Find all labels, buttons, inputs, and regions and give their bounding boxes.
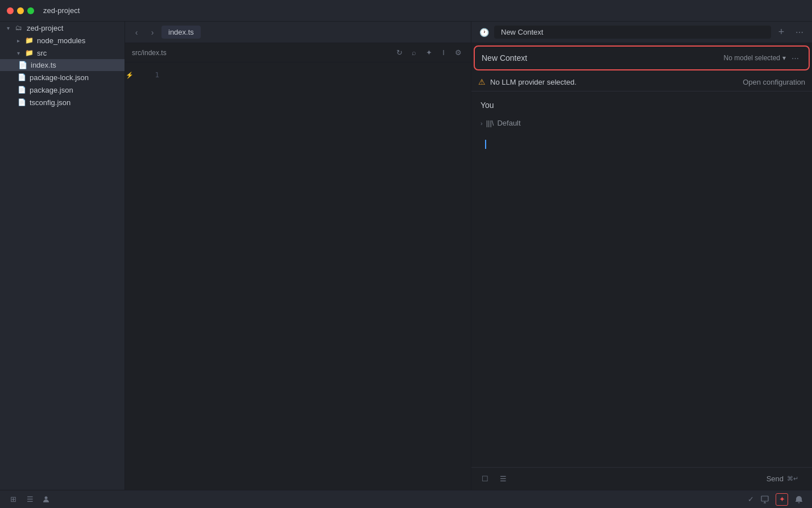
refresh-icon[interactable]: ↻ — [393, 47, 405, 59]
ai-tab-new-context[interactable]: New Context — [494, 26, 771, 39]
sidebar-item-label: package.json — [30, 86, 73, 94]
titlebar: zed-project — [0, 0, 812, 22]
sparkle-icon[interactable]: ✦ — [423, 47, 434, 59]
svg-point-0 — [45, 496, 48, 499]
chat-user-label: You — [478, 98, 805, 112]
close-button[interactable] — [7, 7, 14, 14]
folder-icon: 📁 — [24, 36, 34, 45]
cursor-icon[interactable]: I — [438, 47, 449, 59]
ai-assistant-icon[interactable]: ✦ — [776, 493, 788, 506]
inline-edit-icon[interactable]: ☐ — [478, 472, 492, 486]
chevron-down-icon: ▾ — [7, 25, 10, 31]
sidebar-item-package-json[interactable]: 📄 package.json — [0, 84, 125, 96]
sidebar-item-node-modules[interactable]: ▸ 📁 node_modules — [0, 34, 125, 47]
line-numbers: 1 — [136, 63, 164, 490]
ai-bottom-bar: ☐ ☰ Send ⌘↵ — [471, 467, 812, 490]
tab-label: index.ts — [168, 28, 194, 36]
people-icon[interactable] — [41, 493, 53, 506]
history-icon[interactable]: 🕐 — [476, 24, 492, 40]
sidebar-item-tsconfig[interactable]: 📄 tsconfig.json — [0, 96, 125, 109]
send-button[interactable]: Send ⌘↵ — [760, 472, 805, 485]
main-layout: ▾ 🗂 zed-project ▸ 📁 node_modules ▾ 📁 src… — [0, 22, 812, 490]
back-button[interactable]: ‹ — [130, 26, 143, 39]
ai-panel: 🕐 New Context + ⋯ New Context No model s… — [471, 22, 812, 490]
chevron-down-icon: ▾ — [782, 54, 786, 62]
sidebar-item-label: index.ts — [31, 61, 56, 69]
search-icon[interactable]: ⌕ — [408, 47, 420, 59]
sidebar-item-package-lock[interactable]: 📄 package-lock.json — [0, 71, 125, 84]
ai-tab-menu-icon[interactable]: ⋯ — [792, 24, 807, 40]
maximize-button[interactable] — [27, 7, 34, 14]
sidebar-root-label: zed-project — [27, 24, 63, 32]
chat-input-area[interactable] — [478, 134, 805, 152]
ai-tab-bar: 🕐 New Context + ⋯ — [471, 22, 812, 43]
list-view-icon[interactable]: ☰ — [24, 493, 36, 506]
toolbar-icons: ↻ ⌕ ✦ I ⚙ — [393, 47, 464, 59]
chat-area: You › |||\ Default — [471, 91, 812, 467]
editor-tab-index-ts[interactable]: index.ts — [161, 26, 201, 39]
file-icon: 📄 — [18, 61, 27, 69]
file-icon: 📄 — [17, 85, 26, 94]
titlebar-title: zed-project — [43, 6, 80, 15]
chevron-right-icon: › — [480, 120, 483, 127]
sidebar-item-label: node_modules — [37, 36, 85, 45]
editor-content[interactable]: ⚡ 1 — [125, 63, 471, 490]
editor-tab-bar: ‹ › index.ts — [125, 22, 471, 43]
file-icon: 📄 — [17, 73, 26, 82]
send-shortcut: ⌘↵ — [787, 475, 798, 482]
new-context-button[interactable]: + — [773, 24, 789, 40]
context-more-options-icon[interactable]: ⋯ — [788, 51, 802, 65]
sidebar-item-src[interactable]: ▾ 📁 src — [0, 47, 125, 59]
warning-icon: ⚠ — [478, 77, 486, 86]
svg-rect-1 — [761, 496, 768, 501]
open-configuration-link[interactable]: Open configuration — [743, 78, 805, 86]
minimize-button[interactable] — [17, 7, 24, 14]
file-icon: 📄 — [17, 98, 26, 107]
sidebar-item-label: tsconfig.json — [30, 98, 71, 107]
context-type-icon: |||\ — [486, 119, 494, 127]
sidebar-item-label: package-lock.json — [30, 73, 89, 82]
model-selector[interactable]: No model selected ▾ — [724, 54, 786, 62]
forward-button[interactable]: › — [146, 26, 159, 39]
check-icon[interactable]: ✓ — [748, 495, 754, 503]
editor-area: ‹ › index.ts src/index.ts ↻ ⌕ ✦ I ⚙ ⚡ 1 — [125, 22, 471, 490]
sidebar-item-zed-project[interactable]: ▾ 🗂 zed-project — [0, 22, 125, 34]
app-bottom-bar: ⊞ ☰ ✓ ✦ — [0, 490, 812, 508]
model-selector-label: No model selected — [724, 54, 780, 62]
ai-tab-label: New Context — [501, 28, 543, 36]
folder-icon: 🗂 — [14, 23, 23, 32]
warning-bar: ⚠ No LLM provider selected. Open configu… — [471, 73, 812, 91]
warning-text: No LLM provider selected. — [490, 78, 738, 86]
monitor-icon[interactable] — [759, 493, 771, 506]
grid-view-icon[interactable]: ⊞ — [7, 493, 19, 506]
send-label: Send — [767, 474, 784, 483]
code-editor[interactable] — [164, 63, 471, 490]
sidebar-item-label: src — [37, 49, 47, 57]
line-number-1: 1 — [136, 69, 159, 81]
sidebar: ▾ 🗂 zed-project ▸ 📁 node_modules ▾ 📁 src… — [0, 22, 125, 490]
context-row[interactable]: › |||\ Default — [478, 116, 805, 130]
chevron-right-icon: ▸ — [17, 38, 20, 44]
editor-gutter-lightning: ⚡ — [125, 63, 136, 490]
context-header: New Context No model selected ▾ ⋯ — [474, 45, 810, 70]
context-menu-icon[interactable]: ☰ — [496, 472, 510, 486]
context-panel-title: New Context — [482, 53, 724, 63]
chevron-right-icon: ▾ — [17, 50, 20, 56]
traffic-lights — [7, 7, 34, 14]
chat-cursor-line — [485, 139, 798, 150]
breadcrumb: src/index.ts — [132, 49, 389, 57]
lightning-icon: ⚡ — [125, 69, 134, 81]
editor-toolbar: src/index.ts ↻ ⌕ ✦ I ⚙ — [125, 43, 471, 63]
settings-icon[interactable]: ⚙ — [453, 47, 464, 59]
sidebar-item-index-ts[interactable]: 📄 index.ts — [0, 59, 125, 71]
notifications-icon[interactable] — [793, 493, 805, 506]
folder-icon: 📁 — [24, 48, 34, 57]
context-name: Default — [497, 119, 520, 127]
text-cursor — [485, 140, 486, 149]
